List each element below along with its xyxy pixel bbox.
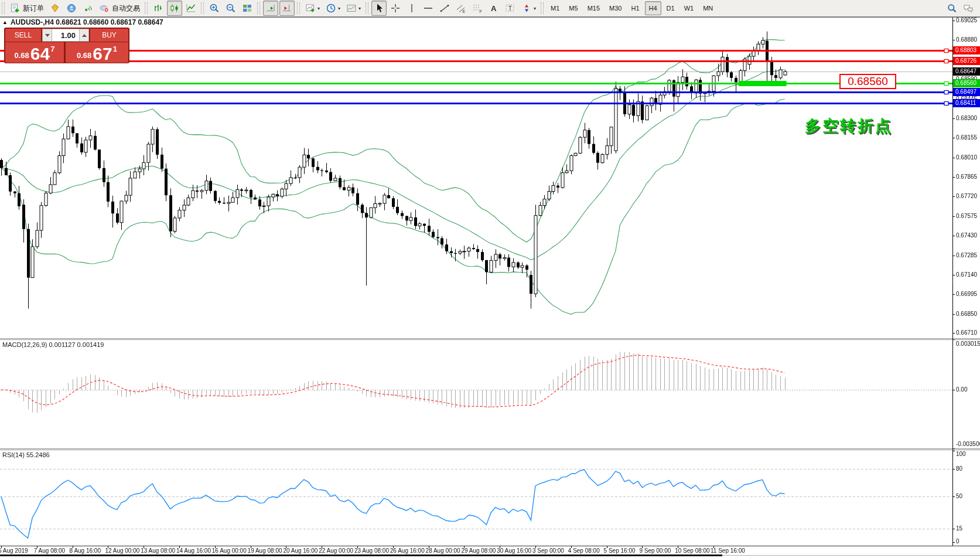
zoom-in-button[interactable] (207, 1, 222, 16)
timeframe-m30-button[interactable]: M30 (605, 1, 626, 15)
one-click-trading-panel: SELL 1.00 BUY 0.68 64 7 0.68 67 1 (4, 28, 129, 63)
tile-windows-icon (242, 3, 252, 13)
virtual-hosting-button[interactable] (64, 1, 79, 16)
timeframe-mn-button[interactable]: MN (699, 1, 717, 15)
chart-symbol-header: ▲ AUDUSD-,H4 0.68621 0.68660 0.68617 0.6… (2, 18, 163, 26)
price-axis-tick-label: 0.66995 (956, 291, 980, 297)
autotrading-icon (99, 3, 110, 13)
new-order-button[interactable]: 新订单 (8, 1, 46, 16)
volume-down-button[interactable] (43, 29, 52, 41)
bar-chart-button[interactable] (151, 1, 166, 16)
date-axis-label: 11 Sep 16:00 (711, 547, 745, 554)
date-axis-label: 28 Aug 00:00 (426, 547, 460, 554)
indicators-button[interactable]: ▾ (303, 1, 322, 16)
date-axis-label: 19 Aug 08:00 (248, 547, 282, 554)
fibo-icon: F (472, 3, 483, 13)
trendline-icon (439, 3, 450, 13)
candlestick-chart-button[interactable] (167, 1, 182, 16)
chevron-down-icon[interactable]: ▾ (317, 6, 320, 11)
timeframe-d1-button[interactable]: D1 (663, 1, 679, 15)
horizontal-line-button[interactable] (421, 1, 436, 16)
metaeditor-button[interactable] (47, 1, 63, 16)
text-label-button[interactable]: T (503, 1, 518, 16)
chart-canvas[interactable] (0, 0, 980, 558)
crosshair-button[interactable] (388, 1, 403, 16)
autotrading-button-label: 自动交易 (112, 4, 140, 13)
templates-button[interactable]: ▾ (344, 1, 363, 16)
templates-icon (346, 3, 357, 13)
date-axis-label: 9 Sep 00:00 (639, 547, 671, 554)
text-button[interactable]: A (486, 1, 501, 16)
price-tag-label: 0.68411 (953, 99, 980, 107)
volume-input[interactable]: 1.00 (52, 29, 79, 41)
chart-shift-button[interactable] (279, 1, 295, 16)
new-order-button-label: 新订单 (23, 4, 44, 13)
timeframe-w1-button[interactable]: W1 (680, 1, 698, 15)
volume-up-button[interactable] (79, 29, 88, 41)
timeframe-h4-button[interactable]: H4 (645, 1, 661, 15)
date-axis-label: 20 Aug 16:00 (283, 547, 317, 554)
trendline-button[interactable] (437, 1, 452, 16)
svg-text:A: A (491, 4, 497, 13)
date-axis-label: 4 Sep 08:00 (568, 547, 600, 554)
toolbar-group-grip (201, 2, 204, 14)
timeframe-m15-button[interactable]: M15 (583, 1, 604, 15)
fibonacci-button[interactable]: F (470, 1, 485, 16)
date-axis-label: 3 Sep 00:00 (532, 547, 564, 554)
buy-price-display[interactable]: 0.68 67 1 (66, 42, 128, 63)
price-axis-tick-label: 0.68300 (956, 115, 980, 121)
indicators-icon (305, 3, 316, 13)
cursor-button[interactable] (371, 1, 387, 16)
price-tag-label: 0.68647 (953, 67, 980, 76)
rsi-axis-label: 50 (956, 493, 962, 499)
macd-axis-label: 0.00 (956, 386, 967, 393)
text-icon: A (489, 3, 499, 13)
price-axis-tick-label: 0.67285 (956, 252, 980, 258)
macd-indicator-label: MACD(12,26,9) 0.001127 0.001419 (2, 341, 104, 348)
sell-button[interactable]: SELL (5, 29, 41, 42)
search-button[interactable] (944, 1, 959, 16)
line-chart-button[interactable] (183, 1, 199, 16)
price-tag-label: 0.68726 (953, 57, 980, 65)
text-label-icon: T (505, 3, 515, 13)
vertical-line-button[interactable] (404, 1, 419, 16)
price-axis-tick-label: 0.68010 (956, 154, 980, 161)
timeframe-m1-button[interactable]: M1 (547, 1, 564, 15)
date-axis-label: 16 Aug 00:00 (212, 547, 247, 554)
tile-windows-button[interactable] (240, 1, 255, 16)
date-axis-label: 7 Aug 08:00 (34, 547, 65, 554)
new-order-icon (10, 3, 21, 13)
rsi-axis-label: 100 (956, 451, 966, 457)
price-axis-tick-label: 0.68155 (956, 134, 980, 141)
auto-scroll-button[interactable] (263, 1, 278, 16)
price-level-annotation-box[interactable]: 0.68560 (839, 74, 896, 89)
periods-button[interactable]: ▾ (323, 1, 343, 16)
chevron-down-icon[interactable]: ▾ (338, 6, 340, 11)
chat-icon (963, 3, 974, 13)
price-axis-tick-label: 0.67720 (956, 193, 980, 199)
triangle-down-icon (45, 34, 50, 37)
hosting-icon (66, 3, 77, 13)
buy-button[interactable]: BUY (90, 29, 128, 42)
symbol-ohlc-title: AUDUSD-,H4 0.68621 0.68660 0.68617 0.686… (11, 18, 163, 26)
chevron-down-icon[interactable]: ▾ (358, 6, 361, 11)
sell-price-big: 64 (30, 45, 50, 63)
toolbar-group-grip (145, 2, 148, 14)
zoom-out-button[interactable] (223, 1, 238, 16)
toolbar: 新订单自动交易▾▾▾EFAT▾M1M5M15M30H1H4D1W1MN (0, 0, 980, 17)
sell-price-display[interactable]: 0.68 64 7 (5, 42, 64, 63)
equidistant-channel-button[interactable]: E (453, 1, 469, 16)
line-chart-icon (186, 3, 196, 13)
collapse-panel-icon[interactable]: ▲ (2, 19, 8, 25)
cursor-icon (374, 3, 384, 13)
arrow-objects-button[interactable]: ▾ (519, 1, 538, 16)
chat-button[interactable] (961, 1, 976, 16)
timeframe-h1-button[interactable]: H1 (627, 1, 643, 15)
signals-button[interactable] (80, 1, 95, 16)
chevron-down-icon[interactable]: ▾ (534, 6, 536, 11)
timeframe-m5-button[interactable]: M5 (565, 1, 582, 15)
turning-point-annotation[interactable]: 多空转折点 (805, 115, 893, 137)
metaeditor-icon (50, 3, 60, 13)
arrows-icon (521, 3, 532, 13)
autotrading-button[interactable]: 自动交易 (97, 1, 142, 16)
